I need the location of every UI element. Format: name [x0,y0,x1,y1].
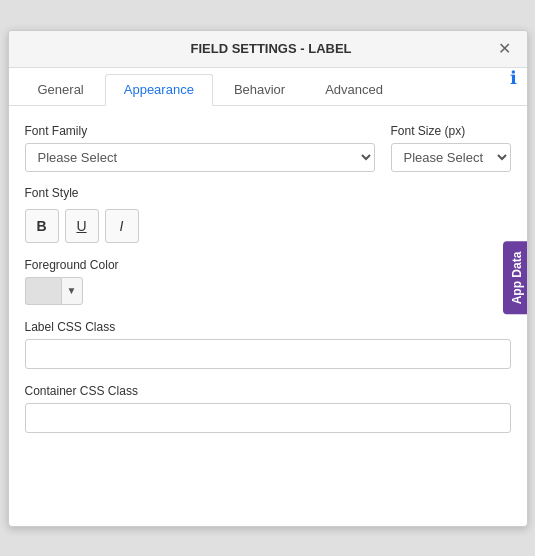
tab-appearance[interactable]: Appearance [105,74,213,106]
underline-button[interactable]: U [65,209,99,243]
dialog: FIELD SETTINGS - LABEL ✕ ℹ General Appea… [8,30,528,527]
label-css-class-label: Label CSS Class [25,320,116,334]
container-css-class-label: Container CSS Class [25,384,138,398]
label-css-class-input[interactable] [25,339,511,369]
tab-behavior[interactable]: Behavior [215,74,304,105]
tab-general[interactable]: General [19,74,103,105]
tab-advanced[interactable]: Advanced [306,74,402,105]
label-css-class-group: Label CSS Class [25,319,511,369]
color-swatch[interactable] [25,277,61,305]
app-data-label: App Data [510,252,524,305]
app-data-button[interactable]: ‹ App Data [503,242,528,315]
font-style-group: Font Style B U I [25,186,511,243]
dialog-header: FIELD SETTINGS - LABEL ✕ [9,31,527,68]
dialog-title: FIELD SETTINGS - LABEL [45,41,498,56]
font-style-buttons: B U I [25,209,511,243]
font-size-select[interactable]: Please Select [391,143,511,172]
tabs-bar: General Appearance Behavior Advanced [9,68,527,106]
container-css-class-input[interactable] [25,403,511,433]
color-picker-row: ▼ [25,277,511,305]
font-size-label: Font Size (px) [391,124,511,138]
font-size-group: Font Size (px) Please Select [391,124,511,172]
bold-button[interactable]: B [25,209,59,243]
foreground-color-label: Foreground Color [25,258,119,272]
italic-button[interactable]: I [105,209,139,243]
color-dropdown-button[interactable]: ▼ [61,277,83,305]
font-family-select[interactable]: Please Select [25,143,375,172]
foreground-color-group: Foreground Color ▼ [25,257,511,305]
font-row: Font Family Please Select Font Size (px)… [25,124,511,172]
font-family-label: Font Family [25,124,375,138]
tab-content: Font Family Please Select Font Size (px)… [9,106,527,526]
font-style-label: Font Style [25,186,511,200]
container-css-class-group: Container CSS Class [25,383,511,433]
font-family-group: Font Family Please Select [25,124,375,172]
app-data-wrapper: ‹ App Data [497,31,527,526]
